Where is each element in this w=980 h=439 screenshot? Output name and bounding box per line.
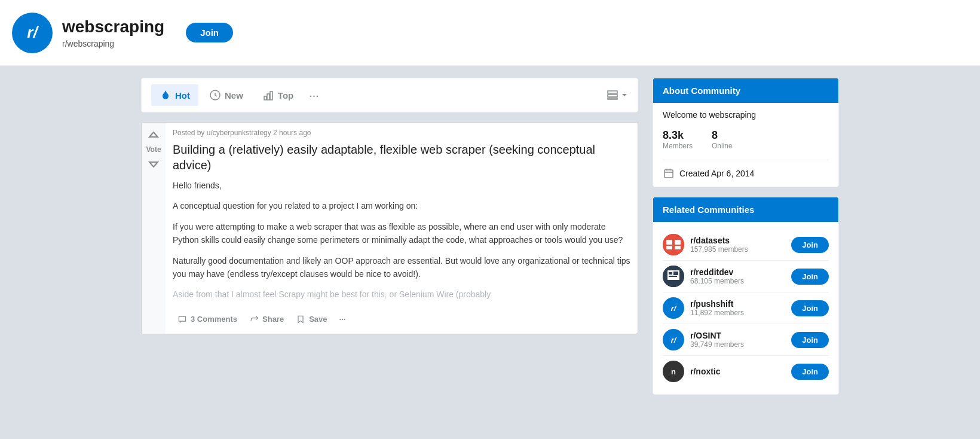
avatar: r/	[663, 329, 684, 350]
post-paragraph-2: A conceptual question for you related to…	[173, 199, 630, 212]
join-osint-button[interactable]: Join	[791, 332, 829, 348]
join-pushshift-button[interactable]: Join	[791, 300, 829, 316]
stats-row: 8.3k Members 8 Online	[663, 129, 829, 150]
join-noxtic-button[interactable]: Join	[791, 364, 829, 380]
join-datasets-button[interactable]: Join	[791, 237, 829, 253]
post-more-button[interactable]: ···	[335, 311, 351, 327]
svg-rect-12	[675, 246, 681, 249]
community-name: r/pushshift	[690, 299, 785, 309]
sort-top-button[interactable]: Top	[254, 84, 302, 106]
community-name: r/noxtic	[690, 367, 785, 376]
share-button[interactable]: Share	[244, 311, 289, 328]
community-name: r/OSINT	[690, 331, 785, 340]
list-item: r/ r/OSINT 39,749 members Join	[663, 324, 829, 356]
svg-rect-4	[608, 91, 617, 93]
members-value: 8.3k	[663, 129, 693, 142]
share-icon	[249, 315, 259, 324]
post-paragraph-5: Aside from that I almost feel Scrapy mig…	[173, 288, 630, 301]
new-label: New	[225, 90, 243, 100]
community-name: r/datasets	[690, 236, 785, 245]
online-stat: 8 Online	[712, 129, 733, 150]
post-content: Hello friends, A conceptual question for…	[173, 179, 630, 301]
avatar: r/	[663, 297, 684, 319]
related-communities-header: Related Communities	[653, 197, 838, 222]
svg-rect-1	[264, 96, 267, 100]
svg-rect-5	[608, 94, 617, 97]
svg-rect-6	[608, 98, 617, 99]
upvote-button[interactable]	[146, 129, 161, 143]
members-stat: 8.3k Members	[663, 129, 693, 150]
save-button[interactable]: Save	[291, 311, 332, 328]
community-info: r/redditdev 68,105 members	[690, 267, 785, 285]
svg-rect-17	[673, 272, 678, 275]
layout-button[interactable]	[607, 89, 628, 101]
top-icon	[262, 89, 274, 101]
svg-rect-16	[669, 276, 677, 277]
hot-label: Hot	[175, 90, 190, 100]
list-item: n r/noxtic Join	[663, 356, 829, 387]
list-item: r/datasets 157,985 members Join	[663, 229, 829, 261]
sidebar: About Community Welcome to webscraping 8…	[653, 78, 839, 404]
post-meta: Posted by u/cyberpunkstrategy 2 hours ag…	[173, 129, 630, 137]
save-label: Save	[309, 315, 327, 324]
subreddit-name: webscraping	[62, 17, 164, 36]
svg-rect-11	[666, 246, 672, 249]
community-info: r/OSINT 39,749 members	[690, 331, 785, 349]
online-label: Online	[712, 142, 733, 150]
post-card: Vote Posted by u/cyberpunkstrategy 2 hou…	[141, 122, 638, 334]
vote-label: Vote	[146, 145, 161, 154]
calendar-icon	[663, 167, 675, 179]
subreddit-handle: r/webscraping	[62, 39, 164, 48]
join-redditdev-button[interactable]: Join	[791, 269, 829, 285]
svg-rect-3	[270, 92, 272, 100]
layout-icon	[607, 89, 618, 101]
vote-column: Vote	[142, 123, 166, 334]
community-name: r/redditdev	[690, 267, 785, 277]
community-members: 39,749 members	[690, 340, 785, 349]
about-community-card: About Community Welcome to webscraping 8…	[653, 78, 839, 187]
about-community-body: Welcome to webscraping 8.3k Members 8 On…	[653, 103, 838, 187]
post-paragraph-1: Hello friends,	[173, 179, 630, 192]
community-info: r/pushshift 11,892 members	[690, 299, 785, 317]
sort-new-button[interactable]: New	[201, 84, 252, 106]
svg-rect-15	[669, 272, 672, 275]
created-label: Created Apr 6, 2014	[679, 169, 754, 178]
comments-button[interactable]: 3 Comments	[173, 311, 242, 328]
list-item: r/ r/pushshift 11,892 members Join	[663, 292, 829, 324]
svg-rect-2	[267, 94, 270, 100]
main-content: Hot New Top ··· Vote	[131, 66, 849, 416]
svg-rect-10	[675, 240, 681, 245]
community-members: 68,105 members	[690, 277, 785, 285]
members-label: Members	[663, 142, 693, 150]
community-info: r/datasets 157,985 members	[690, 236, 785, 254]
join-subreddit-button[interactable]: Join	[186, 23, 233, 42]
more-sort-options-button[interactable]: ···	[304, 86, 324, 105]
header-info: webscraping r/webscraping	[62, 17, 164, 48]
avatar: n	[663, 361, 684, 382]
online-value: 8	[712, 129, 733, 142]
post-body: Posted by u/cyberpunkstrategy 2 hours ag…	[166, 123, 638, 334]
post-paragraph-4: Naturally good documentation and likely …	[173, 254, 630, 281]
svg-rect-9	[666, 240, 672, 245]
post-title[interactable]: Building a (relatively) easily adaptable…	[173, 142, 630, 173]
downvote-button[interactable]	[146, 156, 161, 170]
svg-rect-7	[664, 170, 673, 178]
related-communities-card: Related Communities r/datasets 157,985 m…	[653, 197, 839, 395]
subreddit-logo: r/	[12, 13, 53, 53]
svg-rect-8	[663, 234, 684, 255]
more-icon: ···	[339, 315, 346, 324]
share-label: Share	[262, 315, 284, 324]
community-members: 11,892 members	[690, 309, 785, 317]
comment-icon	[177, 315, 187, 324]
top-label: Top	[278, 90, 293, 100]
related-communities-body: r/datasets 157,985 members Join r/reddit…	[653, 222, 838, 394]
avatar	[663, 266, 684, 287]
sort-hot-button[interactable]: Hot	[151, 84, 198, 106]
avatar	[663, 234, 684, 255]
save-icon	[296, 315, 305, 324]
hot-icon	[160, 89, 172, 101]
community-members: 157,985 members	[690, 245, 785, 254]
list-item: r/redditdev 68,105 members Join	[663, 261, 829, 292]
feed-column: Hot New Top ··· Vote	[141, 78, 638, 404]
created-row: Created Apr 6, 2014	[663, 160, 829, 179]
